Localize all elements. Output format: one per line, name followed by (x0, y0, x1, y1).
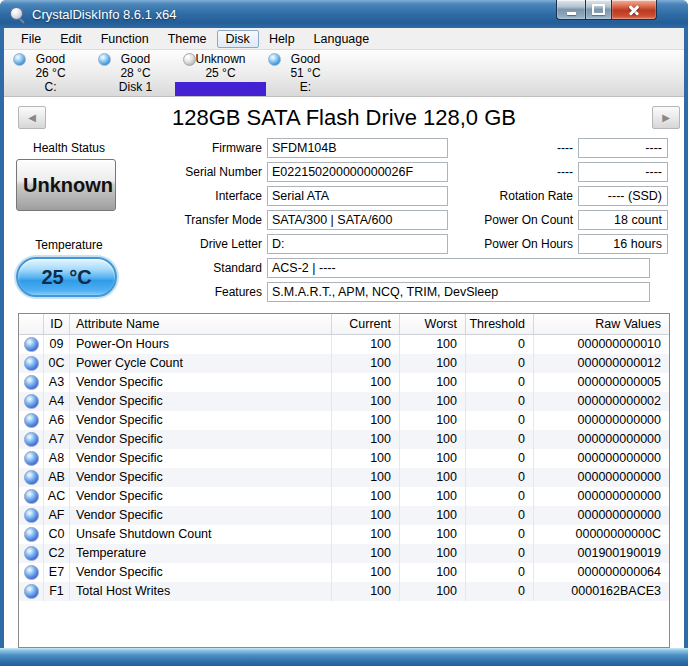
attr-worst: 100 (399, 582, 465, 601)
attr-id: 09 (43, 335, 69, 354)
health-orb-icon (24, 489, 39, 504)
attr-status-cell (19, 506, 43, 525)
health-orb-icon (24, 337, 39, 352)
attr-worst: 100 (399, 506, 465, 525)
attr-id: A6 (43, 411, 69, 430)
health-orb-icon (24, 356, 39, 371)
table-row[interactable]: 09Power-On Hours1001000000000000010 (19, 335, 669, 354)
titlebar[interactable]: CrystalDiskInfo 8.6.1 x64 (0, 0, 688, 28)
attr-name: Vendor Specific (69, 487, 331, 506)
table-header-row: IDAttribute NameCurrentWorstThresholdRaw… (19, 314, 669, 335)
health-orb-icon (24, 413, 39, 428)
field-value: SATA/300 | SATA/600 (267, 210, 448, 230)
maximize-button[interactable] (585, 0, 612, 20)
attr-worst: 100 (399, 411, 465, 430)
table-row[interactable]: C0Unsafe Shutdown Count10010000000000000… (19, 525, 669, 544)
attr-raw: 001900190019 (533, 544, 669, 563)
table-row[interactable]: ACVendor Specific1001000000000000000 (19, 487, 669, 506)
table-row[interactable]: A8Vendor Specific1001000000000000000 (19, 449, 669, 468)
attr-threshold: 0 (465, 430, 533, 449)
table-row[interactable]: A6Vendor Specific1001000000000000000 (19, 411, 669, 430)
table-row[interactable]: 0CPower Cycle Count1001000000000000012 (19, 354, 669, 373)
attr-name: Vendor Specific (69, 430, 331, 449)
table-row[interactable]: ABVendor Specific1001000000000000000 (19, 468, 669, 487)
attr-current: 100 (331, 335, 399, 354)
minimize-button[interactable] (556, 0, 585, 20)
attr-worst: 100 (399, 373, 465, 392)
attr-raw: 00000000000C (533, 525, 669, 544)
menu-disk[interactable]: Disk (217, 30, 259, 48)
health-orb-icon (24, 432, 39, 447)
menu-help[interactable]: Help (260, 30, 304, 48)
attr-threshold: 0 (465, 582, 533, 601)
attr-id: C0 (43, 525, 69, 544)
attr-raw: 000000000000 (533, 430, 669, 449)
attr-name: Vendor Specific (69, 449, 331, 468)
attr-status-cell (19, 392, 43, 411)
drive-item-c-[interactable]: Good26 °CC: (8, 52, 93, 96)
field-label: Power On Count (428, 210, 578, 230)
next-disk-button[interactable]: ▶ (652, 106, 680, 129)
attr-id: F1 (43, 582, 69, 601)
attr-name: Vendor Specific (69, 506, 331, 525)
attr-name: Vendor Specific (69, 392, 331, 411)
drive-info-panel: ◀ 128GB SATA Flash Drive 128,0 GB ▶ Heal… (4, 97, 684, 313)
health-orb-icon (98, 53, 111, 66)
attr-current: 100 (331, 411, 399, 430)
attr-current: 100 (331, 582, 399, 601)
menu-function[interactable]: Function (92, 30, 158, 48)
field-label: Serial Number (62, 162, 267, 182)
attr-id: A7 (43, 430, 69, 449)
attr-worst: 100 (399, 392, 465, 411)
table-row[interactable]: F1Total Host Writes10010000000162BACE3 (19, 582, 669, 601)
drive-item-disk-1[interactable]: Good28 °CDisk 1 (93, 52, 178, 96)
selected-drive-underline (175, 82, 266, 96)
table-row[interactable]: A3Vendor Specific1001000000000000005 (19, 373, 669, 392)
table-row[interactable]: AFVendor Specific1001000000000000000 (19, 506, 669, 525)
attr-raw: 000000000010 (533, 335, 669, 354)
field-value: 16 hours (578, 234, 668, 254)
health-orb-icon (24, 565, 39, 580)
close-button[interactable] (612, 0, 657, 20)
drive-item-e-[interactable]: Good51 °CE: (263, 52, 348, 96)
menu-language[interactable]: Language (305, 30, 379, 48)
maximize-icon (592, 4, 605, 15)
attr-threshold: 0 (465, 354, 533, 373)
attr-raw: 000000000002 (533, 392, 669, 411)
field-label: Rotation Rate (428, 186, 578, 206)
attr-threshold: 0 (465, 468, 533, 487)
attr-id: E7 (43, 563, 69, 582)
table-row[interactable]: A4Vendor Specific1001000000000000002 (19, 392, 669, 411)
header-id: ID (43, 314, 69, 334)
field-row: InterfaceSerial ATA (62, 186, 448, 206)
table-row[interactable]: C2Temperature1001000001900190019 (19, 544, 669, 563)
health-orb-icon (183, 53, 196, 66)
icon-column-header (19, 314, 43, 334)
field-row: FirmwareSFDM104B (62, 138, 448, 158)
health-orb-icon (24, 375, 39, 390)
field-row: Serial NumberE022150200000000026F (62, 162, 448, 182)
attr-raw: 000000000000 (533, 449, 669, 468)
field-label: Drive Letter (62, 234, 267, 254)
attr-id: 0C (43, 354, 69, 373)
attr-status-cell (19, 430, 43, 449)
field-label: Transfer Mode (62, 210, 267, 230)
prev-disk-button[interactable]: ◀ (18, 106, 46, 129)
attr-id: AF (43, 506, 69, 525)
attr-current: 100 (331, 468, 399, 487)
table-row[interactable]: E7Vendor Specific1001000000000000064 (19, 563, 669, 582)
header-worst: Worst (399, 314, 465, 334)
drive-item-d-[interactable]: Unknown25 °CD: (178, 52, 263, 96)
attr-status-cell (19, 525, 43, 544)
attr-current: 100 (331, 525, 399, 544)
field-value: ---- (SSD) (578, 186, 668, 206)
attr-raw: 000000000064 (533, 563, 669, 582)
field-row: FeaturesS.M.A.R.T., APM, NCQ, TRIM, DevS… (62, 282, 650, 302)
menu-theme[interactable]: Theme (159, 30, 216, 48)
menu-edit[interactable]: Edit (51, 30, 91, 48)
table-row[interactable]: A7Vendor Specific1001000000000000000 (19, 430, 669, 449)
field-value: D: (267, 234, 448, 254)
health-orb-icon (268, 53, 281, 66)
menu-file[interactable]: File (12, 30, 50, 48)
attr-name: Temperature (69, 544, 331, 563)
